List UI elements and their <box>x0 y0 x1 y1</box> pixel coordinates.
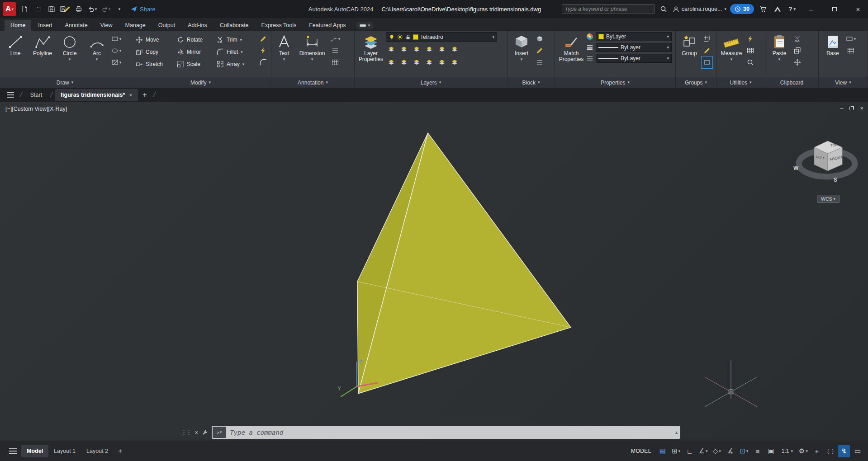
model-space-toggle[interactable]: MODEL <box>627 448 655 454</box>
mirror-button[interactable]: Mirror <box>175 46 214 58</box>
app-store-cart-icon[interactable] <box>758 4 768 14</box>
linetype-select[interactable]: ByLayer <box>596 54 672 63</box>
save-button[interactable] <box>46 4 57 14</box>
circle-button[interactable]: Circle <box>57 32 83 77</box>
block-attributes-button[interactable] <box>534 56 545 68</box>
match-layer-button[interactable] <box>449 43 460 55</box>
drawing-viewport[interactable]: [−][Custom View][X-Ray] – × Z Y <box>0 102 868 441</box>
tab-home[interactable]: Home <box>5 20 31 31</box>
object-color-select[interactable]: ByLayer <box>596 32 672 41</box>
line-button[interactable]: Line <box>2 32 28 77</box>
trial-countdown-badge[interactable]: 30 <box>730 4 754 14</box>
ellipse-button[interactable] <box>111 45 122 56</box>
match-properties-button[interactable]: Match Properties <box>557 32 585 77</box>
search-icon[interactable] <box>658 4 669 14</box>
panel-label-block[interactable]: Block <box>508 77 555 88</box>
linetype-list-icon[interactable] <box>586 55 593 62</box>
fillet-button[interactable]: Fillet <box>214 46 256 58</box>
annotation-scale-button[interactable]: 1:1 <box>779 448 796 454</box>
chevron-down-icon[interactable] <box>69 57 71 61</box>
new-layout-button[interactable]: + <box>114 447 127 455</box>
account-menu[interactable]: carolina.roque... <box>673 6 726 13</box>
layer-lock-button[interactable] <box>424 43 435 55</box>
copy-button[interactable]: Copy <box>133 46 175 58</box>
help-button[interactable]: ? <box>787 4 797 14</box>
paste-button[interactable]: Paste <box>768 32 791 77</box>
tab-express-tools[interactable]: Express Tools <box>256 20 303 31</box>
panel-label-modify[interactable]: Modify <box>130 77 271 88</box>
move-button[interactable]: Move <box>133 34 175 46</box>
new-drawing-tab-button[interactable]: + <box>139 90 151 99</box>
command-line-customize-button[interactable] <box>202 429 208 436</box>
viewport-config-button[interactable] <box>845 33 856 45</box>
copy-with-base-point-button[interactable] <box>792 56 803 68</box>
recent-commands-button[interactable]: › <box>213 427 226 438</box>
ucs-icon[interactable]: Z Y <box>330 355 389 405</box>
explode-button[interactable] <box>258 45 269 56</box>
trim-button[interactable]: Trim <box>214 34 256 46</box>
tab-active-document[interactable]: figuras tridimensionais* × <box>55 89 138 101</box>
stretch-button[interactable]: Stretch <box>133 58 175 70</box>
layer-select[interactable]: Tetraedro <box>386 32 497 42</box>
scale-button[interactable]: Scale <box>175 58 214 70</box>
measure-button[interactable]: Measure <box>719 32 744 77</box>
polar-tracking-toggle[interactable]: ∠ <box>697 445 709 457</box>
named-views-button[interactable] <box>845 45 856 56</box>
lineweight-list-icon[interactable] <box>586 44 593 51</box>
tab-insert[interactable]: Insert <box>32 20 58 31</box>
layer-walk-button[interactable] <box>449 56 460 68</box>
write-block-button[interactable] <box>534 45 545 56</box>
tab-view[interactable]: View <box>95 20 119 31</box>
selection-cycling-toggle[interactable]: ▣ <box>765 445 777 457</box>
rectangle-button[interactable] <box>111 33 122 45</box>
undo-button[interactable] <box>87 4 98 14</box>
group-edit-button[interactable] <box>702 45 712 56</box>
close-tab-icon[interactable]: × <box>129 92 133 99</box>
graphics-performance-toggle[interactable]: ↯ <box>838 445 850 457</box>
tab-annotate[interactable]: Annotate <box>59 20 94 31</box>
erase-button[interactable] <box>258 33 269 45</box>
group-selection-toggle[interactable] <box>702 56 712 68</box>
save-as-button[interactable] <box>60 4 71 14</box>
chevron-down-icon[interactable] <box>96 57 98 61</box>
isodraft-toggle[interactable]: ◇ <box>711 445 723 457</box>
panel-label-draw[interactable]: Draw <box>0 77 130 88</box>
text-button[interactable]: Text <box>274 32 294 77</box>
customization-button[interactable]: ⚙ <box>797 445 809 457</box>
viewport-controls-label[interactable]: [−][Custom View][X-Ray] <box>5 106 67 112</box>
group-button[interactable]: Group <box>678 32 701 77</box>
make-current-button[interactable] <box>436 43 447 55</box>
command-line-drag-grip[interactable]: ⋮⋮ <box>181 429 191 436</box>
tab-manage[interactable]: Manage <box>119 20 152 31</box>
viewcube[interactable]: W S TOP LEFT FRONT <box>787 129 868 188</box>
open-file-button[interactable] <box>33 4 43 14</box>
ribbon-display-toggle[interactable] <box>356 22 374 29</box>
object-snap-tracking-toggle[interactable]: ∡ <box>725 445 736 457</box>
layer-previous-button[interactable] <box>436 56 447 68</box>
redo-dropdown-icon[interactable] <box>109 7 111 11</box>
object-snap-toggle[interactable]: ⊡ <box>738 445 750 457</box>
tab-featured-apps[interactable]: Featured Apps <box>303 20 351 31</box>
polyline-button[interactable]: Polyline <box>29 32 56 77</box>
command-input[interactable] <box>230 429 671 436</box>
table-button[interactable] <box>330 56 341 68</box>
ortho-mode-toggle[interactable]: ∟ <box>684 445 696 457</box>
create-block-button[interactable] <box>534 33 545 45</box>
leader-button[interactable] <box>330 33 341 45</box>
insert-button[interactable]: Insert <box>510 32 533 77</box>
base-view-button[interactable]: Base <box>821 32 844 77</box>
compass-west-label[interactable]: W <box>793 165 799 171</box>
panel-label-properties[interactable]: Properties <box>555 77 675 88</box>
viewport-close-button[interactable]: × <box>860 105 863 112</box>
new-file-button[interactable] <box>19 4 30 14</box>
join-button[interactable] <box>258 56 269 68</box>
wcs-menu-button[interactable]: WCS <box>817 195 840 203</box>
maximize-button[interactable] <box>825 0 844 18</box>
redo-button[interactable] <box>100 4 111 14</box>
layer-unlock-button[interactable] <box>424 56 435 68</box>
command-line-close-button[interactable]: × <box>194 429 198 436</box>
command-history-toggle[interactable]: ▴ <box>675 429 678 435</box>
arc-button[interactable]: Arc <box>84 32 110 77</box>
text-style-button[interactable] <box>330 45 341 56</box>
panel-label-utilities[interactable]: Utilities <box>716 77 765 88</box>
